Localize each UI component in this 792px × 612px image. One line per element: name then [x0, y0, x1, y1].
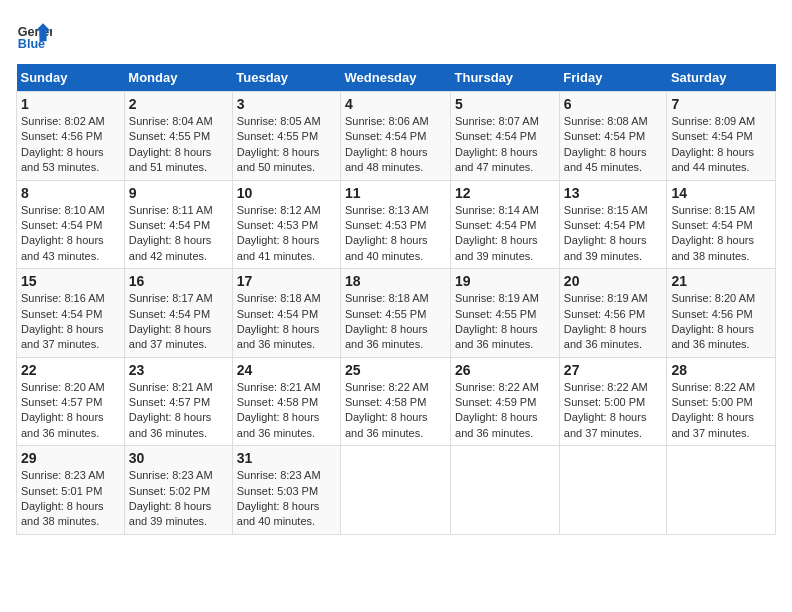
calendar-cell: 7Sunrise: 8:09 AM Sunset: 4:54 PM Daylig…	[667, 92, 776, 181]
calendar-cell: 20Sunrise: 8:19 AM Sunset: 4:56 PM Dayli…	[559, 269, 667, 358]
day-number: 15	[21, 273, 120, 289]
day-number: 4	[345, 96, 446, 112]
day-number: 17	[237, 273, 336, 289]
day-info: Sunrise: 8:14 AM Sunset: 4:54 PM Dayligh…	[455, 203, 555, 265]
day-info: Sunrise: 8:20 AM Sunset: 4:57 PM Dayligh…	[21, 380, 120, 442]
day-info: Sunrise: 8:12 AM Sunset: 4:53 PM Dayligh…	[237, 203, 336, 265]
day-number: 3	[237, 96, 336, 112]
calendar-cell: 2Sunrise: 8:04 AM Sunset: 4:55 PM Daylig…	[124, 92, 232, 181]
day-info: Sunrise: 8:18 AM Sunset: 4:55 PM Dayligh…	[345, 291, 446, 353]
day-info: Sunrise: 8:05 AM Sunset: 4:55 PM Dayligh…	[237, 114, 336, 176]
day-number: 31	[237, 450, 336, 466]
week-row-4: 22Sunrise: 8:20 AM Sunset: 4:57 PM Dayli…	[17, 357, 776, 446]
week-row-1: 1Sunrise: 8:02 AM Sunset: 4:56 PM Daylig…	[17, 92, 776, 181]
calendar-cell: 1Sunrise: 8:02 AM Sunset: 4:56 PM Daylig…	[17, 92, 125, 181]
day-info: Sunrise: 8:23 AM Sunset: 5:03 PM Dayligh…	[237, 468, 336, 530]
day-number: 27	[564, 362, 663, 378]
day-info: Sunrise: 8:18 AM Sunset: 4:54 PM Dayligh…	[237, 291, 336, 353]
calendar-cell: 18Sunrise: 8:18 AM Sunset: 4:55 PM Dayli…	[341, 269, 451, 358]
day-info: Sunrise: 8:22 AM Sunset: 4:59 PM Dayligh…	[455, 380, 555, 442]
calendar-cell: 21Sunrise: 8:20 AM Sunset: 4:56 PM Dayli…	[667, 269, 776, 358]
calendar-cell: 14Sunrise: 8:15 AM Sunset: 4:54 PM Dayli…	[667, 180, 776, 269]
calendar-cell: 19Sunrise: 8:19 AM Sunset: 4:55 PM Dayli…	[451, 269, 560, 358]
calendar-cell: 16Sunrise: 8:17 AM Sunset: 4:54 PM Dayli…	[124, 269, 232, 358]
day-number: 1	[21, 96, 120, 112]
calendar-cell: 24Sunrise: 8:21 AM Sunset: 4:58 PM Dayli…	[232, 357, 340, 446]
day-info: Sunrise: 8:11 AM Sunset: 4:54 PM Dayligh…	[129, 203, 228, 265]
day-number: 26	[455, 362, 555, 378]
logo: General Blue	[16, 16, 52, 52]
day-info: Sunrise: 8:02 AM Sunset: 4:56 PM Dayligh…	[21, 114, 120, 176]
day-number: 19	[455, 273, 555, 289]
calendar-table: SundayMondayTuesdayWednesdayThursdayFrid…	[16, 64, 776, 535]
column-header-friday: Friday	[559, 64, 667, 92]
calendar-cell: 4Sunrise: 8:06 AM Sunset: 4:54 PM Daylig…	[341, 92, 451, 181]
calendar-cell: 28Sunrise: 8:22 AM Sunset: 5:00 PM Dayli…	[667, 357, 776, 446]
day-info: Sunrise: 8:22 AM Sunset: 5:00 PM Dayligh…	[671, 380, 771, 442]
day-info: Sunrise: 8:17 AM Sunset: 4:54 PM Dayligh…	[129, 291, 228, 353]
day-info: Sunrise: 8:22 AM Sunset: 4:58 PM Dayligh…	[345, 380, 446, 442]
day-number: 12	[455, 185, 555, 201]
calendar-cell: 9Sunrise: 8:11 AM Sunset: 4:54 PM Daylig…	[124, 180, 232, 269]
calendar-cell: 27Sunrise: 8:22 AM Sunset: 5:00 PM Dayli…	[559, 357, 667, 446]
day-number: 23	[129, 362, 228, 378]
day-number: 14	[671, 185, 771, 201]
day-info: Sunrise: 8:10 AM Sunset: 4:54 PM Dayligh…	[21, 203, 120, 265]
calendar-cell: 17Sunrise: 8:18 AM Sunset: 4:54 PM Dayli…	[232, 269, 340, 358]
column-header-wednesday: Wednesday	[341, 64, 451, 92]
day-number: 28	[671, 362, 771, 378]
day-info: Sunrise: 8:20 AM Sunset: 4:56 PM Dayligh…	[671, 291, 771, 353]
day-info: Sunrise: 8:21 AM Sunset: 4:58 PM Dayligh…	[237, 380, 336, 442]
day-info: Sunrise: 8:19 AM Sunset: 4:55 PM Dayligh…	[455, 291, 555, 353]
day-number: 30	[129, 450, 228, 466]
week-row-3: 15Sunrise: 8:16 AM Sunset: 4:54 PM Dayli…	[17, 269, 776, 358]
column-header-sunday: Sunday	[17, 64, 125, 92]
column-header-thursday: Thursday	[451, 64, 560, 92]
calendar-cell: 15Sunrise: 8:16 AM Sunset: 4:54 PM Dayli…	[17, 269, 125, 358]
calendar-cell: 23Sunrise: 8:21 AM Sunset: 4:57 PM Dayli…	[124, 357, 232, 446]
day-number: 6	[564, 96, 663, 112]
day-number: 13	[564, 185, 663, 201]
day-info: Sunrise: 8:19 AM Sunset: 4:56 PM Dayligh…	[564, 291, 663, 353]
calendar-cell: 11Sunrise: 8:13 AM Sunset: 4:53 PM Dayli…	[341, 180, 451, 269]
day-info: Sunrise: 8:13 AM Sunset: 4:53 PM Dayligh…	[345, 203, 446, 265]
calendar-cell: 10Sunrise: 8:12 AM Sunset: 4:53 PM Dayli…	[232, 180, 340, 269]
column-header-monday: Monday	[124, 64, 232, 92]
calendar-cell: 13Sunrise: 8:15 AM Sunset: 4:54 PM Dayli…	[559, 180, 667, 269]
calendar-cell: 8Sunrise: 8:10 AM Sunset: 4:54 PM Daylig…	[17, 180, 125, 269]
calendar-cell: 31Sunrise: 8:23 AM Sunset: 5:03 PM Dayli…	[232, 446, 340, 535]
day-info: Sunrise: 8:22 AM Sunset: 5:00 PM Dayligh…	[564, 380, 663, 442]
day-number: 11	[345, 185, 446, 201]
day-info: Sunrise: 8:07 AM Sunset: 4:54 PM Dayligh…	[455, 114, 555, 176]
day-info: Sunrise: 8:23 AM Sunset: 5:01 PM Dayligh…	[21, 468, 120, 530]
day-info: Sunrise: 8:08 AM Sunset: 4:54 PM Dayligh…	[564, 114, 663, 176]
calendar-cell: 3Sunrise: 8:05 AM Sunset: 4:55 PM Daylig…	[232, 92, 340, 181]
column-header-saturday: Saturday	[667, 64, 776, 92]
day-number: 24	[237, 362, 336, 378]
day-info: Sunrise: 8:06 AM Sunset: 4:54 PM Dayligh…	[345, 114, 446, 176]
week-row-5: 29Sunrise: 8:23 AM Sunset: 5:01 PM Dayli…	[17, 446, 776, 535]
day-number: 2	[129, 96, 228, 112]
day-number: 29	[21, 450, 120, 466]
calendar-cell: 6Sunrise: 8:08 AM Sunset: 4:54 PM Daylig…	[559, 92, 667, 181]
day-info: Sunrise: 8:04 AM Sunset: 4:55 PM Dayligh…	[129, 114, 228, 176]
calendar-cell	[341, 446, 451, 535]
calendar-cell: 26Sunrise: 8:22 AM Sunset: 4:59 PM Dayli…	[451, 357, 560, 446]
calendar-cell: 30Sunrise: 8:23 AM Sunset: 5:02 PM Dayli…	[124, 446, 232, 535]
calendar-cell: 12Sunrise: 8:14 AM Sunset: 4:54 PM Dayli…	[451, 180, 560, 269]
calendar-cell	[559, 446, 667, 535]
day-number: 25	[345, 362, 446, 378]
day-info: Sunrise: 8:15 AM Sunset: 4:54 PM Dayligh…	[564, 203, 663, 265]
week-row-2: 8Sunrise: 8:10 AM Sunset: 4:54 PM Daylig…	[17, 180, 776, 269]
day-number: 16	[129, 273, 228, 289]
day-info: Sunrise: 8:23 AM Sunset: 5:02 PM Dayligh…	[129, 468, 228, 530]
day-number: 21	[671, 273, 771, 289]
calendar-cell	[667, 446, 776, 535]
calendar-cell: 25Sunrise: 8:22 AM Sunset: 4:58 PM Dayli…	[341, 357, 451, 446]
calendar-cell: 29Sunrise: 8:23 AM Sunset: 5:01 PM Dayli…	[17, 446, 125, 535]
column-header-tuesday: Tuesday	[232, 64, 340, 92]
calendar-cell	[451, 446, 560, 535]
day-info: Sunrise: 8:16 AM Sunset: 4:54 PM Dayligh…	[21, 291, 120, 353]
day-number: 8	[21, 185, 120, 201]
day-number: 22	[21, 362, 120, 378]
